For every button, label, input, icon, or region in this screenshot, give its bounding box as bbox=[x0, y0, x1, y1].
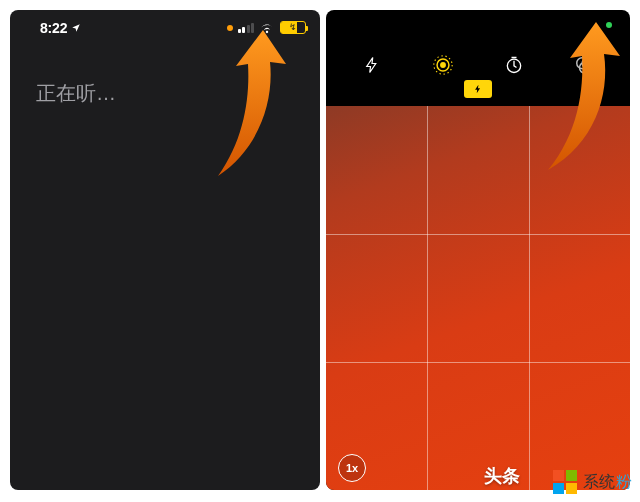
zoom-button[interactable]: 1x bbox=[338, 454, 366, 482]
wifi-icon bbox=[259, 22, 275, 34]
location-icon bbox=[71, 23, 81, 33]
listening-label: 正在听… bbox=[36, 80, 116, 107]
phone-left: 8:22 ↯ 正在听… bbox=[10, 10, 320, 490]
svg-point-0 bbox=[440, 62, 446, 68]
camera-viewfinder[interactable]: 1x 头条 bbox=[326, 106, 630, 490]
status-bar-right bbox=[326, 10, 630, 46]
phone-right: 1x 头条 bbox=[326, 10, 630, 490]
watermark: 系统粉 bbox=[553, 470, 633, 494]
flash-on-badge bbox=[464, 80, 492, 98]
filters-icon bbox=[574, 55, 596, 75]
microsoft-logo-icon bbox=[553, 470, 577, 494]
timer-button[interactable] bbox=[494, 55, 534, 79]
watermark-accent: 粉 bbox=[616, 473, 633, 490]
status-bar-left: 8:22 ↯ bbox=[10, 10, 320, 46]
viewfinder-caption: 头条 bbox=[484, 464, 520, 488]
timer-icon bbox=[504, 55, 524, 75]
grid-line bbox=[326, 234, 630, 235]
status-right-cluster-r bbox=[606, 22, 612, 28]
filters-button[interactable] bbox=[565, 55, 605, 79]
status-right-cluster: ↯ bbox=[227, 21, 307, 34]
flash-icon bbox=[363, 55, 381, 75]
flash-button[interactable] bbox=[352, 55, 392, 79]
watermark-cn: 系统 bbox=[583, 473, 616, 490]
zoom-label: 1x bbox=[346, 462, 358, 474]
cellular-icon bbox=[238, 23, 255, 33]
mic-indicator-dot bbox=[227, 25, 233, 31]
live-photo-button[interactable] bbox=[423, 54, 463, 80]
watermark-text: 系统粉 bbox=[583, 472, 633, 493]
battery-icon: ↯ bbox=[280, 21, 306, 34]
bolt-icon bbox=[473, 83, 483, 95]
grid-line bbox=[326, 362, 630, 363]
comparison-stage: 8:22 ↯ 正在听… bbox=[0, 0, 640, 502]
live-photo-icon bbox=[432, 54, 454, 76]
camera-indicator-dot bbox=[606, 22, 612, 28]
grid-line bbox=[427, 106, 428, 490]
status-time: 8:22 bbox=[40, 20, 81, 36]
time-text: 8:22 bbox=[40, 20, 67, 36]
grid-line bbox=[529, 106, 530, 490]
